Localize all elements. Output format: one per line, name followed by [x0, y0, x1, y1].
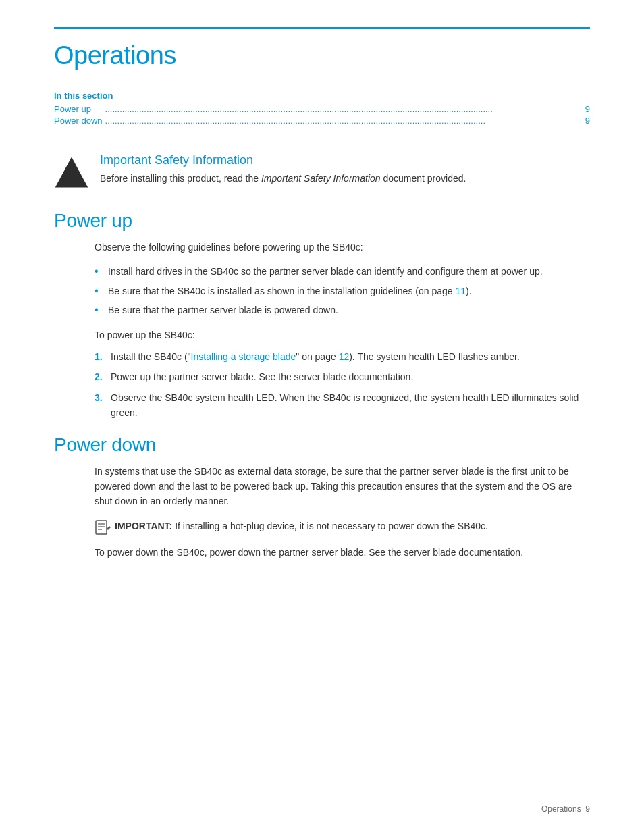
- warning-text-italic: Important Safety Information: [261, 173, 381, 184]
- toc-dots-power-up-dots: ........................................…: [105, 104, 583, 114]
- step-1: 1. Install the SB40c ("Installing a stor…: [95, 349, 590, 364]
- important-note: IMPORTANT: If installing a hot-plug devi…: [95, 519, 590, 536]
- page-container: Operations In this section Power up ....…: [0, 0, 644, 610]
- step-2: 2. Power up the partner server blade. Se…: [95, 369, 590, 384]
- warning-title: Important Safety Information: [100, 153, 466, 167]
- toc-row-power-down: Power down .............................…: [54, 115, 590, 126]
- step-3: 3. Observe the SB40c system health LED. …: [95, 390, 590, 421]
- power-up-bullets: Install hard drives in the SB40c so the …: [95, 264, 590, 317]
- warning-block: ! Important Safety Information Before in…: [54, 153, 590, 190]
- footer-text: Operations: [541, 804, 581, 814]
- toc-link-power-down[interactable]: Power down: [54, 115, 103, 126]
- toc-page-power-up[interactable]: 9: [583, 103, 590, 115]
- bullet-item-3: Be sure that the partner server blade is…: [95, 303, 590, 317]
- toc-link-power-up[interactable]: Power up: [54, 104, 91, 114]
- svg-rect-4: [96, 521, 107, 534]
- toc-dots-power-down-dots: ........................................…: [105, 115, 583, 126]
- step-1-text-middle: " on page: [296, 351, 338, 362]
- toc-page-power-down[interactable]: 9: [583, 115, 590, 126]
- bullet-text-1: Install hard drives in the SB40c so the …: [108, 266, 543, 277]
- warning-text-after: document provided.: [381, 173, 466, 184]
- step-1-text-before: Install the SB40c (": [111, 351, 191, 362]
- chapter-title: Operations: [54, 41, 590, 70]
- footer-page: 9: [585, 804, 590, 814]
- toc-row-power-up: Power up ...............................…: [54, 103, 590, 115]
- toc-item-power-up-title[interactable]: Power up: [54, 103, 105, 115]
- bullet-text-2-after: ).: [466, 286, 472, 296]
- important-label: IMPORTANT:: [115, 521, 172, 531]
- power-down-intro: In systems that use the SB40c as externa…: [95, 464, 590, 509]
- bullet-text-3: Be sure that the partner server blade is…: [108, 305, 338, 315]
- toc-page-link-power-down[interactable]: 9: [585, 115, 590, 126]
- important-text-content: IMPORTANT: If installing a hot-plug devi…: [115, 519, 488, 533]
- top-divider: [54, 27, 590, 29]
- toc-table: Power up ...............................…: [54, 103, 590, 126]
- step-1-page-link[interactable]: 12: [339, 351, 350, 362]
- toc-dots-power-down: ........................................…: [105, 115, 583, 126]
- step-1-num: 1.: [95, 349, 103, 364]
- power-up-title: Power up: [54, 210, 590, 232]
- step-2-num: 2.: [95, 369, 103, 384]
- svg-marker-8: [107, 526, 111, 530]
- toc-page-link-power-up[interactable]: 9: [585, 104, 590, 114]
- power-down-final: To power down the SB40c, power down the …: [95, 545, 590, 560]
- toc-item-power-down-title[interactable]: Power down: [54, 115, 105, 126]
- step-1-text-after: ). The system health LED flashes amber.: [349, 351, 520, 362]
- svg-text:!: !: [69, 170, 74, 186]
- step-3-num: 3.: [95, 390, 103, 405]
- warning-body: Before installing this product, read the…: [100, 172, 466, 186]
- bullet-item-2: Be sure that the SB40c is installed as s…: [95, 284, 590, 298]
- bullet-link-11[interactable]: 11: [455, 286, 466, 296]
- toc-section: In this section Power up ...............…: [54, 90, 590, 126]
- warning-triangle-icon: !: [54, 155, 89, 190]
- power-down-title: Power down: [54, 434, 590, 456]
- step-3-text: Observe the SB40c system health LED. Whe…: [111, 392, 579, 418]
- warning-text-before: Before installing this product, read the: [100, 173, 261, 184]
- power-up-intro: Observe the following guidelines before …: [95, 240, 590, 255]
- step-2-text: Power up the partner server blade. See t…: [111, 371, 413, 382]
- bullet-item-1: Install hard drives in the SB40c so the …: [95, 264, 590, 279]
- warning-content: Important Safety Information Before inst…: [100, 153, 466, 186]
- power-up-steps: 1. Install the SB40c ("Installing a stor…: [95, 349, 590, 421]
- steps-intro: To power up the SB40c:: [95, 328, 590, 342]
- bullet-text-2-before: Be sure that the SB40c is installed as s…: [108, 286, 455, 296]
- toc-dots-power-up: ........................................…: [105, 103, 583, 115]
- footer: Operations 9: [541, 804, 590, 814]
- important-note-icon: [95, 519, 111, 536]
- important-body: If installing a hot-plug device, it is n…: [172, 521, 488, 531]
- toc-label: In this section: [54, 90, 590, 101]
- step-1-link[interactable]: Installing a storage blade: [191, 351, 296, 362]
